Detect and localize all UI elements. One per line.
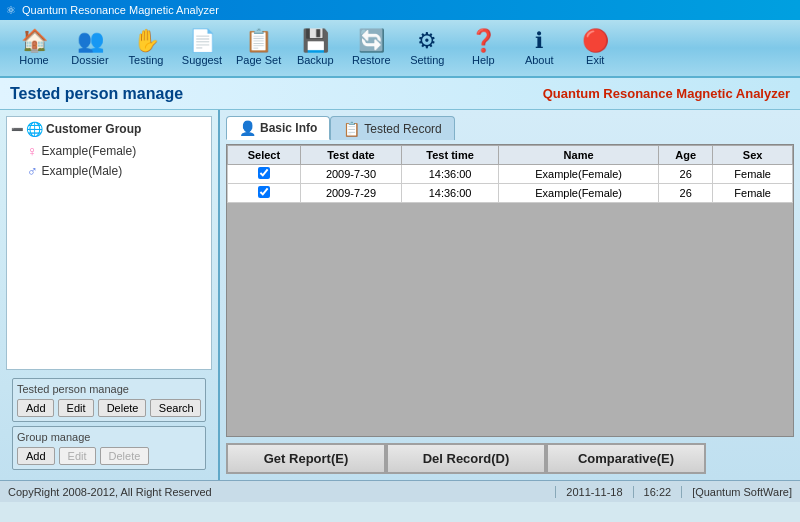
col-select: Select — [228, 146, 301, 165]
left-panel: ➖ 🌐 Customer Group ♀ Example(Female) ♂ E… — [0, 110, 220, 480]
comparative-button[interactable]: Comparative(E) — [546, 443, 706, 474]
table-container: Select Test date Test time Name Age Sex … — [226, 144, 794, 437]
col-name: Name — [499, 146, 659, 165]
cell-time-0: 14:36:00 — [402, 165, 499, 184]
cell-sex-0: Female — [713, 165, 793, 184]
restore-icon: 🔄 — [358, 30, 385, 52]
cell-date-1: 2009-7-29 — [300, 184, 401, 203]
cell-date-0: 2009-7-30 — [300, 165, 401, 184]
title-bar: ⚛ Quantum Resonance Magnetic Analyzer — [0, 0, 800, 20]
restore-label: Restore — [352, 54, 391, 66]
tree-group: ➖ 🌐 Customer Group — [11, 121, 207, 137]
about-label: About — [525, 54, 554, 66]
page-title: Tested person manage — [10, 85, 183, 103]
add-group-button[interactable]: Add — [17, 447, 55, 465]
backup-label: Backup — [297, 54, 334, 66]
suggest-label: Suggest — [182, 54, 222, 66]
toolbar-restore-button[interactable]: 🔄Restore — [345, 24, 397, 72]
tested-record-tab-icon: 📋 — [343, 121, 360, 137]
add-person-button[interactable]: Add — [17, 399, 54, 417]
home-icon: 🏠 — [21, 30, 48, 52]
status-bar: CopyRight 2008-2012, All Right Reserved … — [0, 480, 800, 502]
toolbar-setting-button[interactable]: ⚙Setting — [401, 24, 453, 72]
page-set-label: Page Set — [236, 54, 281, 66]
col-age: Age — [659, 146, 713, 165]
tested-person-manage-group: Tested person manage Add Edit Delete Sea… — [12, 378, 206, 422]
tree-item-female[interactable]: ♀ Example(Female) — [11, 141, 207, 161]
status-date: 2011-11-18 — [555, 486, 633, 498]
tree-item-female-label: Example(Female) — [42, 144, 137, 158]
right-panel: 👤 Basic Info 📋 Tested Record Select Test… — [220, 110, 800, 480]
action-buttons: Get Report(E) Del Record(D) Comparative(… — [226, 437, 794, 474]
table-row: 2009-7-30 14:36:00 Example(Female) 26 Fe… — [228, 165, 793, 184]
app-name: Quantum Resonance Magnetic Analyzer — [543, 86, 790, 101]
edit-person-button[interactable]: Edit — [58, 399, 94, 417]
home-label: Home — [19, 54, 48, 66]
records-table: Select Test date Test time Name Age Sex … — [227, 145, 793, 203]
row-checkbox-1[interactable] — [258, 186, 270, 198]
toolbar-dossier-button[interactable]: 👥Dossier — [64, 24, 116, 72]
collapse-icon[interactable]: ➖ — [11, 124, 23, 135]
toolbar-testing-button[interactable]: ✋Testing — [120, 24, 172, 72]
status-time: 16:22 — [634, 486, 683, 498]
setting-label: Setting — [410, 54, 444, 66]
delete-group-button[interactable]: Delete — [100, 447, 150, 465]
main-content: ➖ 🌐 Customer Group ♀ Example(Female) ♂ E… — [0, 110, 800, 480]
row-checkbox-0[interactable] — [258, 167, 270, 179]
table-row: 2009-7-29 14:36:00 Example(Female) 26 Fe… — [228, 184, 793, 203]
testing-label: Testing — [129, 54, 164, 66]
tested-record-tab-label: Tested Record — [364, 122, 441, 136]
exit-label: Exit — [586, 54, 604, 66]
toolbar-backup-button[interactable]: 💾Backup — [289, 24, 341, 72]
toolbar-page-set-button[interactable]: 📋Page Set — [232, 24, 285, 72]
help-icon: ❓ — [470, 30, 497, 52]
table-header-row: Select Test date Test time Name Age Sex — [228, 146, 793, 165]
edit-group-button[interactable]: Edit — [59, 447, 96, 465]
cell-time-1: 14:36:00 — [402, 184, 499, 203]
dossier-label: Dossier — [71, 54, 108, 66]
group-manage-title: Group manage — [17, 431, 201, 443]
group-manage-group: Group manage Add Edit Delete — [12, 426, 206, 470]
toolbar-suggest-button[interactable]: 📄Suggest — [176, 24, 228, 72]
suggest-icon: 📄 — [189, 30, 216, 52]
del-record-button[interactable]: Del Record(D) — [386, 443, 546, 474]
tree-area: ➖ 🌐 Customer Group ♀ Example(Female) ♂ E… — [6, 116, 212, 370]
tested-person-btn-row: Add Edit Delete Search — [17, 399, 201, 417]
col-test-time: Test time — [402, 146, 499, 165]
basic-info-tab-label: Basic Info — [260, 121, 317, 135]
status-copyright: CopyRight 2008-2012, All Right Reserved — [8, 486, 555, 498]
cell-select-1 — [228, 184, 301, 203]
tree-item-male-label: Example(Male) — [42, 164, 123, 178]
toolbar-about-button[interactable]: ℹAbout — [513, 24, 565, 72]
toolbar-help-button[interactable]: ❓Help — [457, 24, 509, 72]
basic-info-tab-icon: 👤 — [239, 120, 256, 136]
tab-basic-info[interactable]: 👤 Basic Info — [226, 116, 330, 140]
backup-icon: 💾 — [302, 30, 329, 52]
tab-tested-record[interactable]: 📋 Tested Record — [330, 116, 454, 140]
toolbar-home-button[interactable]: 🏠Home — [8, 24, 60, 72]
col-test-date: Test date — [300, 146, 401, 165]
toolbar: 🏠Home👥Dossier✋Testing📄Suggest📋Page Set💾B… — [0, 20, 800, 78]
cell-age-0: 26 — [659, 165, 713, 184]
table-body: 2009-7-30 14:36:00 Example(Female) 26 Fe… — [228, 165, 793, 203]
toolbar-exit-button[interactable]: 🔴Exit — [569, 24, 621, 72]
cell-sex-1: Female — [713, 184, 793, 203]
cell-name-1: Example(Female) — [499, 184, 659, 203]
delete-person-button[interactable]: Delete — [98, 399, 146, 417]
exit-icon: 🔴 — [582, 30, 609, 52]
help-label: Help — [472, 54, 495, 66]
bottom-left: Tested person manage Add Edit Delete Sea… — [6, 370, 212, 474]
cell-select-0 — [228, 165, 301, 184]
cell-name-0: Example(Female) — [499, 165, 659, 184]
male-icon: ♂ — [27, 163, 38, 179]
group-label: Customer Group — [46, 122, 141, 136]
tree-item-male[interactable]: ♂ Example(Male) — [11, 161, 207, 181]
testing-icon: ✋ — [133, 30, 160, 52]
page-header: Tested person manage Quantum Resonance M… — [0, 78, 800, 110]
dossier-icon: 👥 — [77, 30, 104, 52]
get-report-button[interactable]: Get Report(E) — [226, 443, 386, 474]
search-person-button[interactable]: Search — [150, 399, 201, 417]
title-icon: ⚛ — [6, 4, 16, 17]
status-software: [Quantum SoftWare] — [682, 486, 792, 498]
about-icon: ℹ — [535, 30, 543, 52]
